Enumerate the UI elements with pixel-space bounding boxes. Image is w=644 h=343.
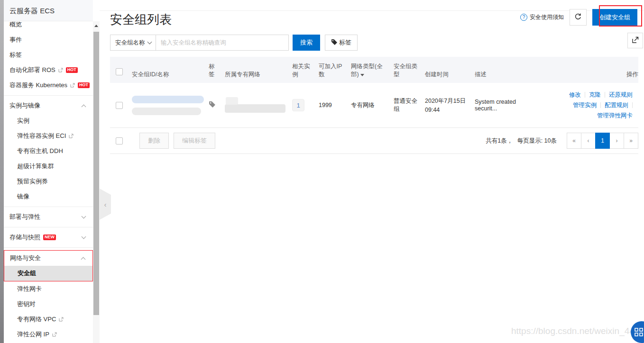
grid-icon <box>635 328 643 336</box>
tag-filter-label: 标签 <box>339 38 351 47</box>
external-link-icon <box>70 83 75 88</box>
scroll-up-arrow-icon[interactable] <box>94 25 98 27</box>
page-first-button[interactable]: « <box>567 133 581 149</box>
sidebar-nav: 概览 事件 标签 自动化部署 ROS HOT 容器服务 Kubernetes H… <box>4 22 93 343</box>
page-next-button[interactable]: › <box>609 133 624 149</box>
column-header-network-filter[interactable]: 网络类型(全部) <box>351 63 394 83</box>
sidebar-item-key-pairs[interactable]: 密钥对 <box>4 297 93 312</box>
sidebar-item-label: 弹性网卡 <box>17 285 42 293</box>
pagination-area: 共有1条， 每页显示: 10条 « ‹ 1 › » <box>486 133 638 149</box>
footer-checkbox[interactable] <box>116 137 123 144</box>
sidebar-group-label: 网络与安全 <box>10 254 41 262</box>
action-clone[interactable]: 克隆 <box>589 91 601 99</box>
sidebar-item-ddh[interactable]: 专有宿主机 DDH <box>4 144 93 159</box>
create-security-group-button[interactable]: 创建安全组 <box>592 9 637 26</box>
sidebar-group-deploy-elasticity[interactable]: 部署与弹性 <box>4 209 93 225</box>
external-link-icon <box>58 68 63 72</box>
table-row: 1 1999 专有网络 普通安全组 2020年7月15日 09:44 Syste… <box>110 83 638 128</box>
redacted-sg-name <box>132 108 201 115</box>
sidebar-item-eci[interactable]: 弹性容器实例 ECI <box>4 128 93 144</box>
sidebar-item-tags[interactable]: 标签 <box>4 47 93 63</box>
chevron-up-icon <box>81 257 86 262</box>
sidebar-item-ros[interactable]: 自动化部署 ROS HOT <box>4 63 93 78</box>
divider <box>4 95 93 96</box>
sidebar-group-label: 存储与快照 <box>9 233 40 242</box>
column-header-vpc: 所属专有网络 <box>225 71 292 83</box>
action-restore-rules[interactable]: 还原规则 <box>609 91 633 99</box>
divider <box>600 102 601 108</box>
sidebar-item-security-groups[interactable]: 安全组 <box>4 266 92 281</box>
sidebar-item-label: 镜像 <box>17 192 29 201</box>
sidebar-item-kubernetes[interactable]: 容器服务 Kubernetes HOT <box>4 78 93 93</box>
page-1-button[interactable]: 1 <box>595 133 610 149</box>
action-manage-instances[interactable]: 管理实例 <box>573 101 597 109</box>
export-button[interactable] <box>627 33 643 48</box>
divider <box>4 247 93 248</box>
related-instances-count[interactable]: 1 <box>292 99 304 111</box>
tag-icon <box>331 39 338 47</box>
redacted-sg-id <box>132 96 204 103</box>
column-header-desc: 描述 <box>475 71 541 83</box>
page-last-button[interactable]: » <box>624 133 638 149</box>
page-prev-button[interactable]: ‹ <box>581 133 596 149</box>
sidebar-item-label: 弹性公网 IP <box>17 330 49 339</box>
column-header-type: 安全组类型 <box>394 63 425 83</box>
new-badge: NEW <box>43 235 56 241</box>
ip-count-cell: 1999 <box>319 102 351 108</box>
refresh-button[interactable] <box>570 9 587 26</box>
sidebar-item-events[interactable]: 事件 <box>4 32 93 47</box>
select-all-checkbox[interactable] <box>116 68 123 75</box>
column-header-actions: 操作 <box>541 71 638 83</box>
sidebar-item-scc[interactable]: 超级计算集群 <box>4 159 93 174</box>
sidebar-scrollbar[interactable] <box>93 21 100 343</box>
pager: « ‹ 1 › » <box>567 133 638 149</box>
action-modify[interactable]: 修改 <box>569 91 581 99</box>
divider <box>4 227 93 227</box>
scrollbar-thumb[interactable] <box>93 32 99 315</box>
created-time: 09:44 <box>425 107 469 113</box>
total-count: 共有1条， <box>486 137 513 144</box>
sidebar-item-label: 概览 <box>9 22 22 29</box>
action-configure-rules[interactable]: 配置规则 <box>605 101 628 109</box>
main-content: 安全组列表 ? 安全使用须知 创建安全组 安全组名称 搜索 标签 <box>100 0 644 343</box>
security-notice-link[interactable]: ? 安全使用须知 <box>520 13 564 21</box>
pagination-stats: 共有1条， 每页显示: 10条 <box>486 137 560 145</box>
sidebar-item-instances[interactable]: 实例 <box>4 113 93 128</box>
sidebar-item-label: 专有宿主机 DDH <box>17 147 63 155</box>
sidebar-item-images[interactable]: 镜像 <box>4 189 93 204</box>
sidebar-group-instances-images[interactable]: 实例与镜像 <box>4 98 93 113</box>
sidebar-item-reserved-instances[interactable]: 预留实例券 <box>4 174 93 189</box>
question-circle-icon: ? <box>520 14 527 21</box>
sg-id-name-cell[interactable] <box>132 96 209 115</box>
sidebar-group-storage-snapshot[interactable]: 存储与快照 NEW <box>4 230 93 245</box>
row-tag-cell[interactable] <box>209 101 225 109</box>
hot-badge: HOT <box>78 82 90 89</box>
tag-icon <box>209 103 216 109</box>
search-input[interactable] <box>156 35 289 51</box>
sidebar-item-label: 自动化部署 ROS <box>9 66 55 74</box>
watermark-url: https://blog.csdn.net/weixin_4452942 <box>511 326 644 336</box>
sidebar-item-overview[interactable]: 概览 <box>4 22 93 32</box>
annotation-box-network-security: 网络与安全 安全组 <box>4 250 93 281</box>
search-field-select[interactable]: 安全组名称 <box>110 35 156 51</box>
sidebar-item-enis[interactable]: 弹性网卡 <box>4 281 93 297</box>
external-link-icon <box>52 332 57 337</box>
search-button[interactable]: 搜索 <box>293 35 320 51</box>
tag-filter-button[interactable]: 标签 <box>325 35 358 51</box>
edit-tags-button[interactable]: 编辑标签 <box>174 133 215 149</box>
sidebar-item-label: 密钥对 <box>17 300 36 308</box>
redacted-vpc-id <box>225 104 285 113</box>
sidebar-item-label: 容器服务 Kubernetes <box>9 81 67 90</box>
created-time-cell: 2020年7月15日 09:44 <box>425 97 475 113</box>
sidebar-group-network-security[interactable]: 网络与安全 <box>4 251 92 266</box>
sidebar-item-eip[interactable]: 弹性公网 IP <box>4 327 93 342</box>
row-checkbox[interactable] <box>116 102 123 109</box>
column-header-instances: 相关实例 <box>292 63 319 83</box>
footer-select-cell <box>110 137 132 144</box>
external-link-icon <box>59 317 64 322</box>
sidebar-item-label: 专有网络 VPC <box>17 315 56 324</box>
delete-button[interactable]: 删除 <box>139 133 169 149</box>
chevron-down-icon <box>82 234 86 239</box>
sidebar-item-vpc[interactable]: 专有网络 VPC <box>4 312 93 327</box>
action-manage-enis[interactable]: 管理弹性网卡 <box>597 112 633 120</box>
